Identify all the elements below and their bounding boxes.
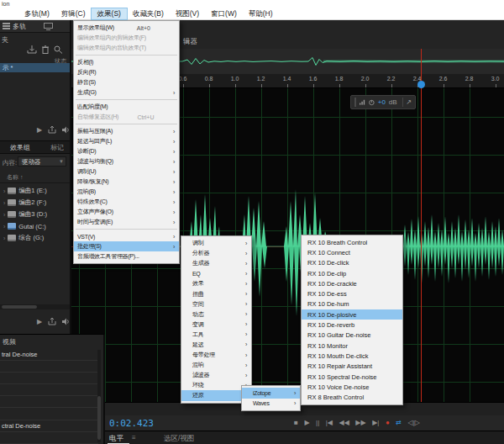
menu-item[interactable]: 编辑效果组内的音轨效果(T) ›	[74, 43, 179, 53]
transport-button[interactable]: ◀◀	[339, 419, 349, 427]
menu-item[interactable]: RX 10 Voice De-noise ›	[302, 382, 402, 392]
tab-selection-view[interactable]: 选区/视图	[164, 434, 194, 444]
menu-item[interactable]: ›	[76, 124, 177, 124]
menu-item[interactable]: ›	[76, 55, 177, 56]
menu-item[interactable]: 生成器 ›	[181, 258, 251, 268]
import-icon[interactable]	[27, 45, 37, 54]
menu-item[interactable]: 空间 ›	[181, 299, 251, 309]
name-column-header[interactable]: 名称 ↑	[7, 173, 23, 182]
menu-item[interactable]: 时间与变调(E) ›	[74, 217, 179, 227]
tree-expand-icon[interactable]: ›	[3, 235, 5, 241]
effect-slot[interactable]	[0, 432, 98, 444]
menubar-item[interactable]: 剪辑(C)	[55, 8, 92, 19]
monitor-icon[interactable]	[44, 23, 53, 30]
menu-item[interactable]: 诊断(D) ›	[74, 146, 179, 156]
tree-expand-icon[interactable]: ›	[3, 188, 5, 194]
transport-button[interactable]: ▶▶	[355, 419, 365, 427]
menu-item[interactable]: RX 10 Guitar De-noise ›	[302, 330, 402, 341]
transport-button[interactable]: |◀	[326, 419, 333, 427]
drive-row[interactable]: › 编曲2 (F:)	[0, 197, 70, 209]
hud-grip[interactable]	[354, 98, 356, 107]
menu-item[interactable]: RX 10 De-clip ›	[302, 268, 402, 278]
menu-item[interactable]: 降噪/恢复(N) ›	[74, 177, 179, 187]
playhead-handle[interactable]	[417, 81, 425, 88]
menu-item[interactable]: RX 10 De-reverb ›	[302, 320, 402, 330]
menu-item[interactable]: 混响 ›	[181, 360, 251, 370]
menubar-item[interactable]: 视图(V)	[170, 8, 205, 19]
menubar-item[interactable]: 多轨(M)	[18, 8, 55, 19]
menu-item[interactable]: 调制 ›	[181, 238, 251, 248]
menu-item[interactable]: 调制(U) ›	[74, 166, 179, 177]
transport-button[interactable]: ||	[316, 419, 319, 427]
menu-item[interactable]: 延迟与回声(L) ›	[74, 136, 179, 146]
effect-slot[interactable]	[0, 408, 98, 420]
transport-button[interactable]: ▶|	[372, 419, 379, 427]
drive-row[interactable]: › 编曲3 (D:)	[0, 209, 70, 220]
transport-button[interactable]: ⇄	[396, 419, 402, 427]
transport-button[interactable]: ◁|▷	[408, 419, 420, 427]
menu-item[interactable]: 母带处理 ›	[181, 350, 251, 360]
menu-item[interactable]: RX 10 Monitor ›	[302, 341, 402, 351]
menu-item[interactable]: 立体声声像(O) ›	[74, 207, 179, 217]
menu-item[interactable]: RX 10 Spectral De-noise ›	[302, 372, 402, 382]
menu-item[interactable]: RX 10 Mouth De-click ›	[302, 351, 402, 361]
menu-item[interactable]: 生成(G) ›	[74, 87, 179, 98]
effect-slot[interactable]	[0, 396, 98, 408]
export-icon[interactable]	[48, 318, 56, 325]
drive-row[interactable]: › 综合 (G:)	[0, 232, 70, 244]
menu-item[interactable]: 滤波器 ›	[181, 370, 251, 380]
multitrack-button[interactable]: 多轨	[13, 22, 26, 31]
volume-hud[interactable]: +0 dB ↗	[350, 95, 416, 109]
menu-item[interactable]: 分析器 ›	[181, 248, 251, 258]
drive-row[interactable]: › 编曲1 (E:)	[0, 185, 70, 197]
menu-item[interactable]: 反向(R) ›	[74, 67, 179, 77]
menu-item[interactable]: 音频增效工具管理器(P)... ›	[74, 251, 179, 262]
menu-item[interactable]: RX 10 De-click ›	[302, 258, 402, 268]
menubar-item[interactable]: 收藏夹(B)	[127, 8, 170, 19]
timecode-display[interactable]: 0:02.423	[109, 418, 154, 429]
menu-item[interactable]: 动态 ›	[181, 309, 251, 320]
tree-expand-icon[interactable]: ›	[3, 212, 5, 218]
effect-slot[interactable]	[0, 373, 98, 384]
tree-expand-icon[interactable]: ›	[3, 200, 5, 206]
menu-item[interactable]: 静音(S) ›	[74, 77, 179, 87]
speaker-icon[interactable]	[62, 318, 71, 325]
menu-item[interactable]: EQ ›	[181, 268, 251, 278]
hud-pin-icon[interactable]: ↗	[406, 98, 412, 106]
search-icon[interactable]	[54, 45, 63, 54]
vertical-scrollbar[interactable]	[97, 350, 101, 442]
menu-item[interactable]: RX 10 Breath Control ›	[302, 237, 402, 247]
scrollbar-thumb[interactable]	[97, 396, 101, 440]
menu-item[interactable]: RX 10 De-plosive ›	[302, 309, 402, 320]
menu-item[interactable]: 自动修复选区(H) Ctrl+U ›	[74, 112, 179, 122]
tab-video[interactable]: 视频	[3, 337, 16, 346]
menu-item[interactable]: RX 8 Breath Control ›	[302, 392, 402, 402]
menu-item[interactable]: 效果 ›	[181, 278, 251, 288]
editor-tab-fragment[interactable]: 辑器	[183, 37, 197, 47]
menu-item[interactable]: RX 10 Repair Assistant ›	[302, 362, 402, 372]
menu-item[interactable]: 特殊效果(C) ›	[74, 197, 179, 207]
gain-knob-icon[interactable]	[369, 98, 375, 107]
menu-item[interactable]: VST(V) ›	[74, 231, 179, 241]
menubar-item[interactable]: 窗口(W)	[205, 8, 243, 19]
menu-item[interactable]: 扭曲 ›	[181, 288, 251, 299]
menu-item[interactable]: RX 10 De-hum ›	[302, 299, 402, 309]
menubar-item[interactable]: 帮助(H)	[243, 8, 279, 19]
menu-item[interactable]: 匹配响度(M) ›	[74, 102, 179, 112]
transport-button[interactable]: ■	[294, 419, 298, 427]
effect-slot[interactable]	[0, 361, 98, 373]
drive-row[interactable]: › Gutai (C:)	[0, 220, 70, 232]
transport-button[interactable]: ●	[386, 419, 390, 427]
selected-file-row[interactable]: 示 *	[0, 63, 70, 72]
menu-item[interactable]: 反相(I) ›	[74, 57, 179, 67]
playhead-line[interactable]	[421, 49, 422, 402]
menu-item[interactable]: 批处理(S) ›	[74, 241, 179, 251]
menu-item[interactable]: 延迟 ›	[181, 340, 251, 350]
effect-slot[interactable]: tral De-noise	[0, 349, 98, 361]
menu-item[interactable]: 振幅与压限(A) ›	[74, 126, 179, 136]
tab-markers[interactable]: 标记	[50, 143, 64, 152]
tree-expand-icon[interactable]: ›	[3, 224, 5, 230]
menu-item[interactable]: 混响(B) ›	[74, 187, 179, 197]
menu-item[interactable]: RX 10 De-crackle ›	[302, 278, 402, 288]
scrollbar-thumb[interactable]	[2, 305, 37, 309]
